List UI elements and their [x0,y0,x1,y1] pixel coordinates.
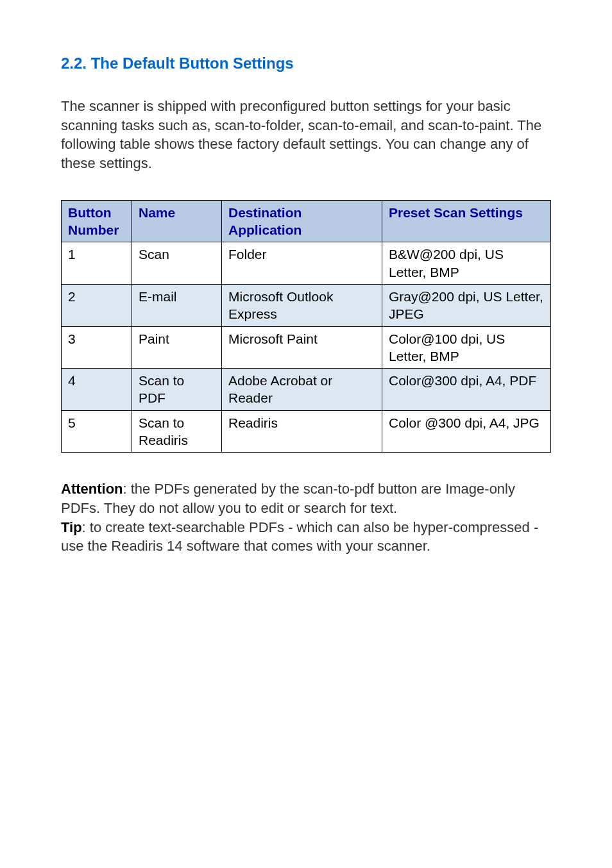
table-row: 2 E-mail Microsoft Outlook Express Gray@… [62,284,551,326]
intro-paragraph: The scanner is shipped with preconfigure… [61,97,551,173]
cell-destination: Microsoft Paint [222,326,382,369]
cell-preset: B&W@200 dpi, US Letter, BMP [382,242,551,285]
cell-destination: Adobe Acrobat or Reader [222,369,382,411]
cell-name: Paint [132,326,222,369]
table-row: 3 Paint Microsoft Paint Color@100 dpi, U… [62,326,551,369]
notes-paragraph: Attention: the PDFs generated by the sca… [61,480,551,556]
cell-destination: Microsoft Outlook Express [222,284,382,326]
tip-label: Tip [61,519,82,535]
table-row: 4 Scan to PDF Adobe Acrobat or Reader Co… [62,369,551,411]
tip-text: : to create text-searchable PDFs - which… [61,519,538,555]
cell-preset: Color@100 dpi, US Letter, BMP [382,326,551,369]
cell-destination: Folder [222,242,382,285]
cell-number: 5 [62,410,132,453]
cell-destination: Readiris [222,410,382,453]
cell-number: 3 [62,326,132,369]
table-row: 1 Scan Folder B&W@200 dpi, US Letter, BM… [62,242,551,285]
attention-text: : the PDFs generated by the scan-to-pdf … [61,481,515,516]
table-row: 5 Scan to Readiris Readiris Color @300 d… [62,410,551,453]
cell-number: 2 [62,284,132,326]
cell-number: 1 [62,242,132,285]
cell-name: Scan to Readiris [132,410,222,453]
cell-name: Scan to PDF [132,369,222,411]
table-header-number: Button Number [62,200,132,242]
default-settings-table: Button Number Name Destination Applicati… [61,200,551,453]
cell-preset: Color @300 dpi, A4, JPG [382,410,551,453]
cell-preset: Color@300 dpi, A4, PDF [382,369,551,411]
cell-preset: Gray@200 dpi, US Letter, JPEG [382,284,551,326]
table-header-destination: Destination Application [222,200,382,242]
table-header-preset: Preset Scan Settings [382,200,551,242]
attention-label: Attention [61,481,123,497]
cell-name: Scan [132,242,222,285]
cell-name: E-mail [132,284,222,326]
table-header-name: Name [132,200,222,242]
cell-number: 4 [62,369,132,411]
section-heading: 2.2. The Default Button Settings [61,54,551,72]
